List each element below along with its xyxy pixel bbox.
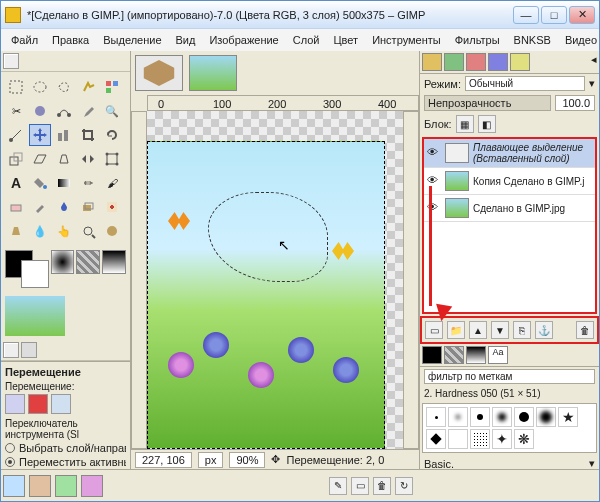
tool-fuzzy-select[interactable] — [77, 76, 99, 98]
menu-layer[interactable]: Слой — [287, 32, 326, 48]
tool-measure[interactable] — [5, 124, 27, 146]
footer-swatch[interactable] — [29, 475, 51, 497]
tool-airbrush[interactable] — [29, 196, 51, 218]
active-pattern-icon[interactable] — [76, 250, 100, 274]
menu-color[interactable]: Цвет — [327, 32, 364, 48]
menu-bnksb[interactable]: BNKSB — [508, 32, 557, 48]
tool-shear[interactable] — [29, 148, 51, 170]
layer-floating[interactable]: 👁 Плавающее выделение (Вставленный слой) — [424, 139, 595, 168]
duplicate-layer-button[interactable]: ⎘ — [513, 321, 531, 339]
tool-bucket[interactable] — [29, 172, 51, 194]
fonts-tab-icon[interactable]: Aa — [488, 346, 508, 364]
tool-extra1[interactable] — [101, 220, 123, 242]
image-thumb-1[interactable] — [135, 55, 183, 91]
radio-move-active[interactable]: Переместить активный сл — [5, 456, 126, 468]
tool-blend[interactable] — [53, 172, 75, 194]
tool-scale[interactable] — [5, 148, 27, 170]
layer-row[interactable]: 👁 Сделано в GIMP.jpg — [424, 195, 595, 222]
opacity-slider[interactable]: Непрозрачность — [424, 95, 551, 111]
tool-rotate[interactable] — [101, 124, 123, 146]
new-layer-button[interactable]: ▭ — [425, 321, 443, 339]
brush-filter[interactable]: фильтр по меткам — [424, 369, 595, 384]
brush-item[interactable]: ❋ — [514, 429, 534, 449]
menu-select[interactable]: Выделение — [97, 32, 167, 48]
tool-rect-select[interactable] — [5, 76, 27, 98]
tool-perspective-clone[interactable] — [5, 220, 27, 242]
menu-tools[interactable]: Инструменты — [366, 32, 447, 48]
close-button[interactable]: ✕ — [569, 6, 595, 24]
footer-btn[interactable]: ▭ — [351, 477, 369, 495]
delete-layer-button[interactable]: 🗑 — [576, 321, 594, 339]
tool-crop[interactable] — [77, 124, 99, 146]
options-tab-icon[interactable] — [3, 342, 19, 358]
color-swatches[interactable] — [1, 246, 130, 292]
floating-selection-outline[interactable] — [208, 192, 328, 282]
brush-item[interactable] — [492, 407, 512, 427]
dock-menu-icon[interactable]: ◂ — [591, 53, 597, 71]
tool-blur[interactable]: 💧 — [29, 220, 51, 242]
radio-pick-layer[interactable]: Выбрать слой/направля — [5, 442, 126, 454]
new-group-button[interactable]: 📁 — [447, 321, 465, 339]
lower-layer-button[interactable]: ▼ — [491, 321, 509, 339]
patterns-tab-icon[interactable] — [444, 346, 464, 364]
mode-select[interactable]: Обычный — [465, 76, 585, 91]
active-gradient-icon[interactable] — [102, 250, 126, 274]
menu-image[interactable]: Изображение — [203, 32, 284, 48]
active-brush-icon[interactable] — [51, 250, 75, 274]
layer-row[interactable]: 👁 Копия Сделано в GIMP.j — [424, 168, 595, 195]
tool-pencil[interactable]: ✏ — [77, 172, 99, 194]
ruler-vertical[interactable] — [131, 111, 147, 449]
dock-tab-extra-icon[interactable] — [510, 53, 530, 71]
tool-foreground[interactable] — [29, 100, 51, 122]
footer-swatch[interactable] — [55, 475, 77, 497]
brush-item[interactable] — [426, 429, 446, 449]
dock-tab-paths-icon[interactable] — [466, 53, 486, 71]
tool-align[interactable] — [53, 124, 75, 146]
tool-dodge[interactable] — [77, 220, 99, 242]
move-mode-layer-icon[interactable] — [5, 394, 25, 414]
status-units[interactable]: px — [198, 452, 224, 468]
dock-tab-layers-icon[interactable] — [422, 53, 442, 71]
tool-scissors[interactable]: ✂ — [5, 100, 27, 122]
menu-view[interactable]: Вид — [170, 32, 202, 48]
lock-pixels-icon[interactable]: ▦ — [456, 115, 474, 133]
gradients-tab-icon[interactable] — [466, 346, 486, 364]
lock-alpha-icon[interactable]: ◧ — [478, 115, 496, 133]
tool-by-color[interactable] — [101, 76, 123, 98]
brush-group[interactable]: Basic. — [424, 458, 454, 470]
footer-btn[interactable]: 🗑 — [373, 477, 391, 495]
tool-paths[interactable] — [53, 100, 75, 122]
tool-perspective[interactable] — [53, 148, 75, 170]
raise-layer-button[interactable]: ▲ — [469, 321, 487, 339]
brush-item[interactable] — [470, 429, 490, 449]
brush-item[interactable] — [448, 407, 468, 427]
mode-dropdown-icon[interactable]: ▾ — [589, 77, 595, 90]
footer-btn[interactable]: ↻ — [395, 477, 413, 495]
minimize-button[interactable]: — — [513, 6, 539, 24]
move-mode-path-icon[interactable] — [51, 394, 71, 414]
footer-swatch[interactable] — [81, 475, 103, 497]
maximize-button[interactable]: □ — [541, 6, 567, 24]
brush-item[interactable] — [426, 407, 446, 427]
brush-item[interactable]: ✦ — [492, 429, 512, 449]
tool-smudge[interactable]: 👆 — [53, 220, 75, 242]
opacity-value[interactable]: 100.0 — [555, 95, 595, 111]
tool-ellipse-select[interactable] — [29, 76, 51, 98]
tool-ink[interactable] — [53, 196, 75, 218]
tool-text[interactable]: A — [5, 172, 27, 194]
status-zoom[interactable]: 90% — [229, 452, 265, 468]
ruler-horizontal[interactable]: 0 100 200 300 400 — [147, 95, 419, 111]
tool-color-picker[interactable] — [77, 100, 99, 122]
brushes-tab-icon[interactable] — [422, 346, 442, 364]
tool-clone[interactable] — [77, 196, 99, 218]
bg-color[interactable] — [21, 260, 49, 288]
scrollbar-vertical[interactable] — [403, 111, 419, 449]
tool-cage[interactable] — [101, 148, 123, 170]
canvas[interactable]: ↖ — [147, 111, 403, 449]
brush-item[interactable] — [448, 429, 468, 449]
eye-icon[interactable]: 👁 — [427, 174, 441, 188]
brush-item[interactable] — [514, 407, 534, 427]
menu-filters[interactable]: Фильтры — [449, 32, 506, 48]
tool-move[interactable] — [29, 124, 51, 146]
footer-swatch[interactable] — [3, 475, 25, 497]
